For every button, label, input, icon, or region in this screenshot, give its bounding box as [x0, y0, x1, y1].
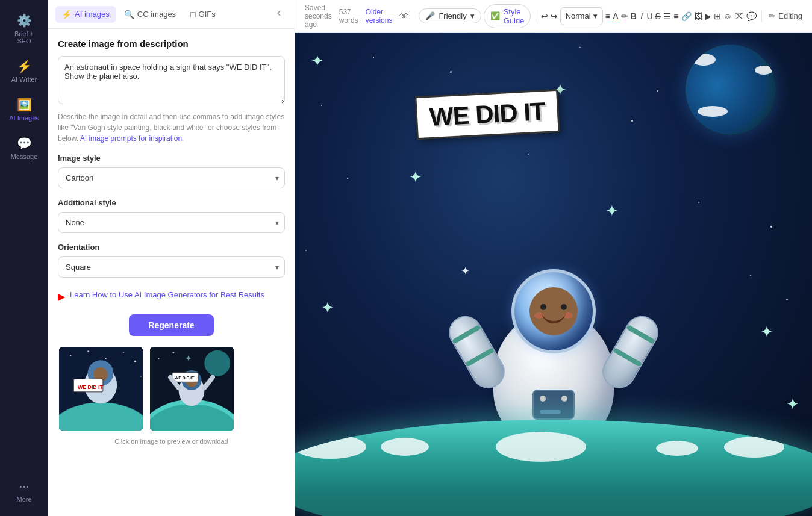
- orientation-select[interactable]: Square Landscape Portrait: [58, 256, 285, 278]
- arm-left: [443, 310, 511, 394]
- additional-style-label: Additional style: [58, 198, 285, 207]
- orientation-label: Orientation: [58, 243, 285, 252]
- highlight-button[interactable]: ✏: [621, 8, 628, 25]
- main-editor-area: Saved seconds ago 537 words Older versio…: [295, 0, 812, 516]
- svg-point-6: [140, 376, 142, 377]
- tone-selector[interactable]: 🎤 Friendly ▾: [419, 8, 481, 23]
- chevron-down-icon: ▾: [470, 11, 475, 20]
- tone-label: Friendly: [439, 11, 466, 20]
- main-space-image: ✦ ✦ ✦ ✦ ✦ ✦ ✦ ✦ WE DID IT: [295, 33, 812, 516]
- table-button[interactable]: ⊞: [714, 8, 721, 25]
- svg-point-2: [87, 350, 89, 352]
- underline-button[interactable]: U: [646, 8, 652, 25]
- side-panel: ⚡ AI images 🔍 CC images □ GIFs Create im…: [48, 0, 295, 516]
- editor-canvas: ✦ ✦ ✦ ✦ ✦ ✦ ✦ ✦ WE DID IT: [295, 33, 812, 516]
- bottom-earth-curve: [295, 420, 812, 516]
- image-style-select-wrapper: Cartoon Realistic 3D Watercolor Sketch ▾: [58, 167, 285, 188]
- thumbnail-1[interactable]: WE DID IT: [58, 346, 144, 432]
- orientation-select-wrapper: Square Landscape Portrait ▾: [58, 256, 285, 278]
- image-style-select[interactable]: Cartoon Realistic 3D Watercolor Sketch: [58, 167, 285, 188]
- clear-format-button[interactable]: ⌧: [734, 8, 744, 25]
- strikethrough-button[interactable]: S: [655, 8, 661, 25]
- additional-style-select-wrapper: None Vintage Neon Minimalist ▾: [58, 212, 285, 233]
- lightning-tab-icon: ⚡: [61, 10, 72, 19]
- svg-point-1: [70, 355, 71, 356]
- tab-cc-images[interactable]: 🔍 CC images: [118, 6, 182, 23]
- pencil-icon: ✏: [769, 11, 775, 20]
- svg-text:WE DID IT: WE DID IT: [78, 384, 103, 390]
- comment-button[interactable]: 💬: [746, 8, 757, 25]
- emoji-button[interactable]: ☺: [723, 8, 732, 25]
- helmet: [511, 269, 596, 353]
- panel-collapse-button[interactable]: [270, 5, 287, 24]
- bold-button[interactable]: B: [631, 8, 637, 25]
- normal-label: Normal: [566, 11, 591, 20]
- microphone-icon: 🎤: [425, 11, 435, 20]
- more-icon: ···: [19, 479, 30, 493]
- sidebar-item-more[interactable]: ··· More: [3, 473, 45, 509]
- sidebar-item-label: AI Writer: [11, 76, 37, 83]
- sidebar-item-label: AI Images: [9, 114, 39, 122]
- youtube-icon: ▶: [58, 291, 65, 302]
- svg-point-16: [172, 352, 174, 353]
- older-versions-link[interactable]: Older versions: [366, 8, 393, 25]
- numbered-list-button[interactable]: ≡: [673, 8, 679, 25]
- hint-text: Describe the image in detail and then us…: [58, 111, 285, 144]
- svg-text:WE DID IT: WE DID IT: [175, 376, 195, 380]
- left-navigation: ⚙️ Brief + SEO ⚡ AI Writer 🖼️ AI Images …: [0, 0, 48, 516]
- editing-mode-indicator[interactable]: ✏ Editing: [769, 11, 802, 20]
- image-insert-button[interactable]: 🖼: [694, 8, 702, 25]
- gear-icon: ⚙️: [17, 13, 32, 28]
- bullet-list-button[interactable]: ☰: [663, 8, 671, 25]
- image-prompt-input[interactable]: An astronaut in space holding a sign tha…: [58, 56, 285, 104]
- editing-label-text: Editing: [778, 11, 802, 20]
- sidebar-item-ai-images[interactable]: 🖼️ AI Images: [3, 92, 45, 128]
- gif-tab-icon: □: [190, 10, 195, 19]
- suit-panel: [532, 390, 575, 420]
- undo-button[interactable]: ↩: [541, 8, 548, 25]
- learn-link[interactable]: Learn How to Use AI Image Generators for…: [70, 290, 264, 300]
- align-button[interactable]: ≡: [605, 8, 611, 25]
- regenerate-button[interactable]: Regenerate: [129, 314, 213, 336]
- image-icon: 🖼️: [17, 98, 32, 112]
- sidebar-item-ai-writer[interactable]: ⚡ AI Writer: [3, 53, 45, 89]
- tab-gifs[interactable]: □ GIFs: [184, 6, 222, 23]
- image-style-label: Image style: [58, 154, 285, 163]
- inspiration-link[interactable]: AI image prompts for inspiration.: [80, 134, 184, 143]
- sidebar-item-label: More: [16, 496, 31, 503]
- check-circle-icon: ✅: [490, 11, 500, 20]
- svg-point-5: [134, 361, 136, 362]
- link-button[interactable]: 🔗: [681, 8, 692, 25]
- svg-point-21: [204, 350, 230, 376]
- play-button[interactable]: ▶: [705, 8, 711, 25]
- sidebar-item-label: Message: [11, 153, 38, 160]
- italic-button[interactable]: I: [639, 8, 645, 25]
- thumbnail-grid: WE DID IT ✦: [58, 346, 285, 432]
- sidebar-item-brief-seo[interactable]: ⚙️ Brief + SEO: [3, 7, 45, 51]
- create-image-title: Create image from description: [58, 39, 285, 49]
- panel-tab-bar: ⚡ AI images 🔍 CC images □ GIFs: [48, 0, 295, 29]
- style-guide-button[interactable]: ✅ Style Guide: [484, 4, 531, 28]
- text-style-select[interactable]: Normal ▾: [560, 7, 603, 25]
- sign-board: WE DID IT: [414, 89, 560, 140]
- search-tab-icon: 🔍: [124, 10, 134, 19]
- svg-point-4: [123, 352, 124, 353]
- svg-point-15: [158, 358, 160, 359]
- tab-ai-images[interactable]: ⚡ AI images: [55, 6, 116, 23]
- additional-style-select[interactable]: None Vintage Neon Minimalist: [58, 212, 285, 233]
- sidebar-item-message[interactable]: 💬 Message: [3, 130, 45, 166]
- eye-icon[interactable]: 👁: [399, 11, 409, 22]
- thumbnail-caption: Click on image to preview or download: [58, 438, 285, 445]
- chevron-down-icon: ▾: [593, 11, 598, 20]
- learn-link-row: ▶ Learn How to Use AI Image Generators f…: [58, 290, 285, 302]
- arm-right: [596, 310, 664, 394]
- sidebar-item-label: Brief + SEO: [8, 30, 40, 45]
- redo-button[interactable]: ↪: [551, 8, 558, 25]
- lightning-icon: ⚡: [17, 59, 32, 73]
- saved-status: Saved seconds ago: [305, 4, 332, 29]
- thumbnail-2[interactable]: ✦ WE D: [149, 346, 235, 432]
- editor-toolbar: Saved seconds ago 537 words Older versio…: [295, 0, 812, 33]
- panel-content: Create image from description An astrona…: [48, 29, 295, 516]
- style-guide-label: Style Guide: [504, 7, 525, 25]
- font-color-button[interactable]: A: [613, 8, 618, 25]
